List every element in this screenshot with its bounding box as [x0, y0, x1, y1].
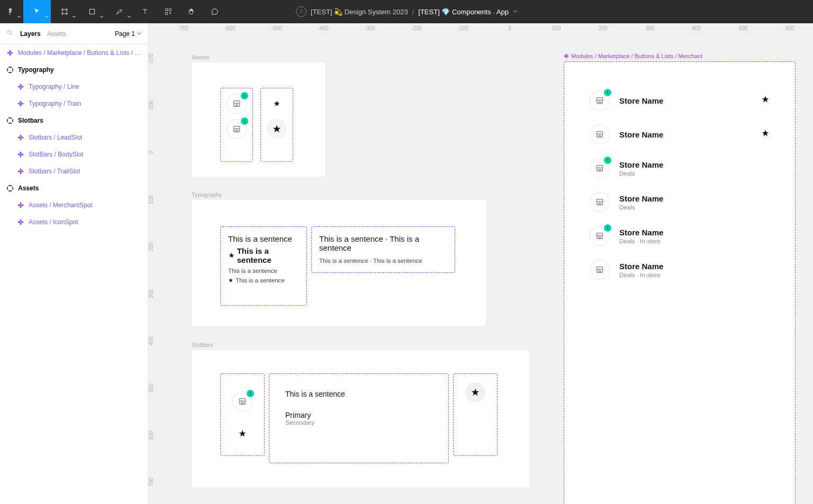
- merchant-subtitle: Deals · In-store: [619, 272, 770, 278]
- component-typography-line[interactable]: This is a sentence This is a sentence Th…: [220, 226, 307, 306]
- layer-row[interactable]: Assets / MerchantSpot: [0, 197, 148, 214]
- storefront-icon: [232, 124, 241, 134]
- star-icon: [761, 95, 770, 106]
- frame-assets[interactable]: t t: [192, 62, 325, 177]
- merchant-subtitle: Deals: [619, 170, 770, 177]
- component-typography-train[interactable]: This is a sentence · This is a sentence …: [311, 226, 455, 273]
- merchant-row[interactable]: tStore Name: [590, 90, 770, 111]
- component-merchant-list[interactable]: tStore NameStore NametStore NameDealsSto…: [564, 61, 796, 504]
- merchant-row[interactable]: tStore NameDeals: [590, 158, 770, 178]
- layer-label: Assets / MerchantSpot: [29, 201, 93, 209]
- component-leadslot[interactable]: t: [220, 373, 265, 456]
- tab-layers[interactable]: Layers: [20, 30, 41, 38]
- component-icon: [17, 151, 24, 158]
- merchant-row[interactable]: Store NameDeals · In-store: [590, 260, 770, 280]
- chevron-down-icon: [17, 15, 21, 19]
- breadcrumb-project[interactable]: [TEST] 💫 Design System 2023: [311, 8, 408, 16]
- layer-label: Slotbars: [18, 117, 43, 124]
- component-icon: [17, 219, 24, 225]
- frame-icon: [60, 7, 69, 16]
- merchant-subtitle: Deals · In-store: [619, 238, 770, 244]
- svg-rect-4: [9, 13, 11, 15]
- merchant-icon: t: [590, 90, 610, 111]
- ruler-vertical: -200-1000100200300400500600700: [148, 35, 160, 504]
- merchant-icon: t: [590, 158, 610, 178]
- svg-point-9: [300, 10, 302, 12]
- layer-row[interactable]: Assets / IconSpot: [0, 214, 148, 231]
- hand-tool-button[interactable]: [180, 0, 203, 23]
- user-avatar-icon: [296, 6, 306, 17]
- component-icon: [6, 50, 13, 56]
- chevron-down-icon: [137, 32, 141, 36]
- shape-tool-button[interactable]: [78, 0, 106, 23]
- figma-menu-button[interactable]: [0, 0, 23, 23]
- layer-label: Typography: [18, 66, 54, 74]
- star-icon: [228, 278, 233, 283]
- frame-tool-button[interactable]: [51, 0, 78, 23]
- layer-label: Slotbars / TrailSlot: [29, 168, 80, 175]
- frame-icon: [6, 117, 14, 124]
- layer-label: Typography / Train: [29, 100, 81, 107]
- typo-train-big: This is a sentence · This is a sentence: [319, 234, 447, 252]
- layer-row[interactable]: SlotBars / BodySlot: [0, 146, 148, 163]
- layer-label: SlotBars / BodySlot: [29, 151, 83, 158]
- comment-tool-button[interactable]: [203, 0, 227, 23]
- frame-slotbars[interactable]: t This is a sentence Primary Secondary: [192, 350, 529, 488]
- merchant-name: Store Name: [619, 96, 752, 105]
- merchant-name: Store Name: [619, 262, 770, 271]
- component-trailslot[interactable]: [453, 373, 498, 456]
- component-iconspot[interactable]: [260, 88, 293, 162]
- bodyslot-primary: Primary: [285, 411, 432, 419]
- text-tool-button[interactable]: [133, 0, 157, 23]
- component-label-merchant[interactable]: Modules / Marketplace / Buttons & Lists …: [564, 53, 702, 59]
- frame-typography[interactable]: This is a sentence This is a sentence Th…: [192, 200, 486, 326]
- pen-tool-button[interactable]: [106, 0, 133, 23]
- layer-row[interactable]: Typography / Line: [0, 78, 148, 95]
- merchant-icon: t: [590, 226, 610, 246]
- search-button[interactable]: [6, 29, 14, 38]
- merchant-name: Store Name: [619, 228, 770, 237]
- merchant-name: Store Name: [619, 160, 770, 169]
- sidebar-header: Layers Assets Page 1: [0, 23, 148, 44]
- layer-row-selected[interactable]: Modules / Marketplace / Buttons & Lists …: [0, 44, 148, 61]
- tab-assets[interactable]: Assets: [47, 30, 66, 38]
- component-icon: [17, 134, 24, 141]
- svg-point-10: [7, 30, 11, 34]
- merchant-row[interactable]: tStore NameDeals · In-store: [590, 226, 770, 246]
- section-label-assets: Assets: [192, 54, 209, 60]
- layer-label: Modules / Marketplace / Buttons & Lists …: [17, 49, 141, 57]
- text-icon: [141, 7, 149, 16]
- layer-row[interactable]: Slotbars / TrailSlot: [0, 163, 148, 180]
- svg-rect-1: [11, 8, 12, 11]
- figma-logo-icon: [7, 7, 16, 16]
- bodyslot-secondary: Secondary: [285, 419, 432, 426]
- star-icon-circled: [465, 382, 485, 402]
- chevron-down-icon: [513, 10, 517, 14]
- resources-button[interactable]: [157, 0, 180, 23]
- layer-group[interactable]: Slotbars: [0, 112, 148, 129]
- move-tool-button[interactable]: [23, 0, 51, 23]
- star-icon-circled: [267, 119, 287, 139]
- pen-icon: [115, 7, 124, 16]
- layer-group[interactable]: Typography: [0, 61, 148, 78]
- resources-icon: [164, 7, 173, 16]
- search-icon: [6, 29, 14, 36]
- breadcrumb-file[interactable]: [TEST] 💎 Components · App: [418, 8, 509, 16]
- layer-row[interactable]: Typography / Train: [0, 95, 148, 112]
- page-selector[interactable]: Page 1: [115, 30, 141, 38]
- layer-group[interactable]: Assets: [0, 180, 148, 197]
- canvas[interactable]: -700-600-500-400-300-200-100010020030040…: [148, 23, 813, 504]
- section-label-typography: Typography: [192, 191, 222, 198]
- component-merchantspot[interactable]: t t: [220, 88, 253, 162]
- layer-row[interactable]: Slotbars / LeadSlot: [0, 129, 148, 146]
- component-bodyslot[interactable]: This is a sentence Primary Secondary: [269, 373, 449, 463]
- rectangle-icon: [88, 7, 96, 16]
- merchant-row[interactable]: Store Name: [590, 124, 770, 144]
- section-label-slotbars: Slotbars: [192, 342, 213, 348]
- merchant-row[interactable]: Store NameDeals: [590, 192, 770, 212]
- breadcrumb[interactable]: [TEST] 💫 Design System 2023 / [TEST] 💎 C…: [296, 6, 517, 17]
- svg-rect-2: [9, 11, 11, 13]
- merchant-name: Store Name: [619, 194, 770, 203]
- chevron-down-icon: [72, 15, 76, 19]
- component-icon: [17, 168, 24, 175]
